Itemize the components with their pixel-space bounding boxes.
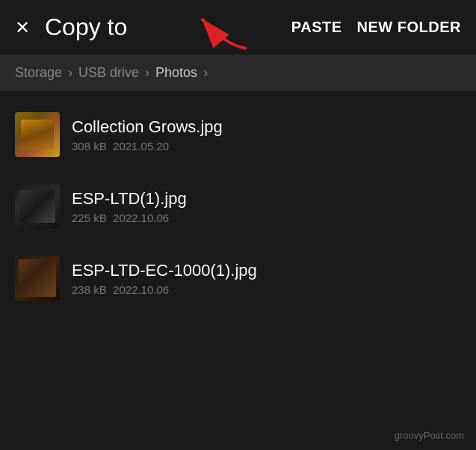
- watermark: groovyPost.com: [395, 430, 464, 441]
- file-thumbnail: [15, 256, 60, 300]
- file-name: ESP-LTD-EC-1000(1).jpg: [72, 261, 461, 280]
- close-icon[interactable]: ✕: [15, 17, 30, 38]
- breadcrumb-sep-2: ›: [145, 65, 149, 81]
- file-info: ESP-LTD(1).jpg 225 kB 2022.10.06: [72, 189, 461, 224]
- file-thumbnail: [15, 184, 60, 229]
- breadcrumb: Storage › USB drive › Photos ›: [0, 55, 476, 91]
- file-list: Collection Grows.jpg 308 kB 2021.05.20 E…: [0, 91, 476, 321]
- file-meta: 225 kB 2022.10.06: [72, 212, 461, 224]
- page-title: Copy to: [45, 13, 276, 41]
- file-thumbnail: [15, 112, 60, 157]
- breadcrumb-photos[interactable]: Photos: [155, 65, 197, 81]
- new-folder-button[interactable]: NEW FOLDER: [357, 19, 461, 36]
- file-name: Collection Grows.jpg: [72, 117, 461, 137]
- list-item[interactable]: ESP-LTD-EC-1000(1).jpg 238 kB 2022.10.06: [0, 242, 476, 314]
- breadcrumb-sep-3: ›: [203, 65, 208, 81]
- file-name: ESP-LTD(1).jpg: [72, 189, 461, 209]
- breadcrumb-sep-1: ›: [68, 65, 72, 81]
- file-meta: 238 kB 2022.10.06: [72, 283, 461, 296]
- file-info: Collection Grows.jpg 308 kB 2021.05.20: [72, 117, 461, 152]
- breadcrumb-storage[interactable]: Storage: [15, 65, 62, 81]
- paste-button[interactable]: PASTE: [291, 19, 342, 36]
- list-item[interactable]: Collection Grows.jpg 308 kB 2021.05.20: [0, 99, 476, 170]
- breadcrumb-usb[interactable]: USB drive: [78, 65, 139, 81]
- header: ✕ Copy to PASTE NEW FOLDER: [0, 0, 476, 55]
- list-item[interactable]: ESP-LTD(1).jpg 225 kB 2022.10.06: [0, 170, 476, 242]
- file-meta: 308 kB 2021.05.20: [72, 140, 461, 152]
- file-info: ESP-LTD-EC-1000(1).jpg 238 kB 2022.10.06: [72, 261, 461, 296]
